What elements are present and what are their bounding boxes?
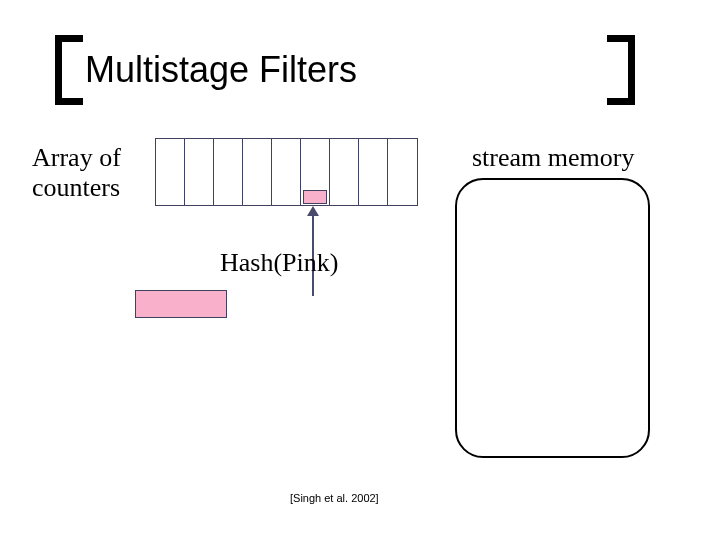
hash-function-label: Hash(Pink) (220, 248, 338, 278)
counter-cell (214, 139, 243, 205)
counter-cell (156, 139, 185, 205)
counter-cell (330, 139, 359, 205)
stream-memory-label: stream memory (472, 143, 634, 173)
bracket-right-icon (607, 35, 635, 105)
counter-cell (185, 139, 214, 205)
counter-array (155, 138, 418, 206)
stream-memory-box (455, 178, 650, 458)
counter-cell (359, 139, 388, 205)
array-of-counters-label: Array of counters (32, 143, 121, 203)
citation-text: [Singh et al. 2002] (290, 492, 379, 504)
title-text: Multistage Filters (85, 49, 357, 91)
counter-cell (388, 139, 417, 205)
packet-box (135, 290, 227, 318)
counter-cell (272, 139, 301, 205)
counter-fill (303, 190, 327, 204)
counter-cell (301, 139, 330, 205)
counter-cell (243, 139, 272, 205)
bracket-left-icon (55, 35, 83, 105)
slide-title: Multistage Filters (55, 35, 635, 105)
